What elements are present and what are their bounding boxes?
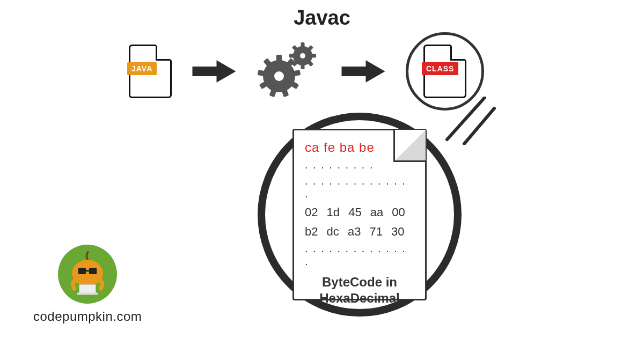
bytecode-detail-circle: ca fe ba be . . . . . . . . . . . . . . … [258,113,462,317]
ellipsis-row: . . . . . . . . . . . . . . [305,242,414,268]
svg-rect-10 [79,284,96,293]
bytecode-paper: ca fe ba be . . . . . . . . . . . . . . … [292,129,427,300]
compilation-flow: JAVA [129,32,484,111]
arrow-icon [190,59,238,84]
site-name: codepumpkin.com [33,309,142,324]
caption-line: ByteCode in [322,275,397,289]
paper-fold-icon [393,130,426,162]
pumpkin-logo-icon [58,245,117,304]
class-file-icon: CLASS [423,45,466,98]
hex-row: b2 dc a3 71 30 [305,225,414,239]
java-badge: JAVA [127,62,157,75]
svg-rect-4 [301,42,305,48]
ellipsis-row: . . . . . . . . . . . . . . [305,174,414,200]
callout-connector [443,97,496,145]
svg-rect-11 [77,293,98,295]
svg-rect-7 [78,268,86,274]
svg-point-6 [72,260,103,286]
class-badge: CLASS [422,62,458,75]
svg-point-2 [274,71,284,81]
svg-rect-8 [89,268,97,274]
bytecode-caption: ByteCode in HexaDecimal [305,274,414,306]
java-file-icon: JAVA [129,45,172,98]
branding: codepumpkin.com [33,245,142,324]
hex-row: 02 1d 45 aa 00 [305,205,414,219]
gears-icon [257,42,321,101]
svg-rect-9 [86,270,89,271]
svg-point-5 [300,53,305,58]
svg-rect-1 [276,55,282,62]
diagram-title: Javac [294,6,350,30]
caption-line: HexaDecimal [319,291,399,305]
arrow-icon [339,59,387,84]
